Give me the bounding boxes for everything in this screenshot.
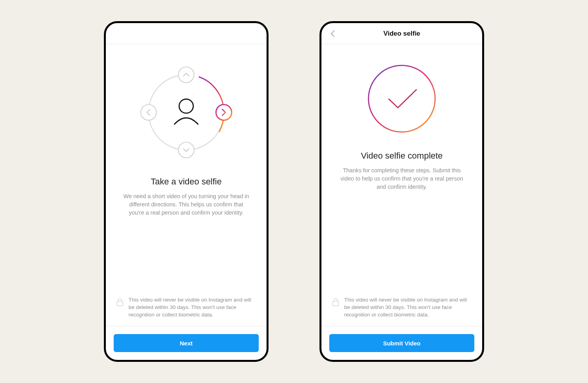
footer: Next xyxy=(106,329,267,360)
header-title: Video selfie xyxy=(383,30,420,38)
title: Take a video selfie xyxy=(151,177,222,187)
privacy-note: This video will never be visible on Inst… xyxy=(321,296,482,326)
header: Video selfie xyxy=(321,23,482,44)
description: We need a short video of you turning you… xyxy=(122,192,251,217)
title: Video selfie complete xyxy=(361,151,443,161)
lock-icon xyxy=(332,297,339,308)
svg-rect-7 xyxy=(333,301,339,306)
privacy-text: This video will never be visible on Inst… xyxy=(129,296,256,319)
svg-point-3 xyxy=(216,105,232,120)
lock-icon xyxy=(116,297,124,308)
complete-illustration xyxy=(365,61,439,137)
header xyxy=(106,23,267,44)
svg-point-4 xyxy=(179,99,193,113)
svg-point-2 xyxy=(178,142,194,158)
submit-video-button[interactable]: Submit Video xyxy=(329,334,474,352)
description: Thanks for completing these steps. Submi… xyxy=(337,166,466,191)
next-button[interactable]: Next xyxy=(114,334,259,352)
svg-rect-5 xyxy=(117,301,123,306)
privacy-text: This video will never be visible on Inst… xyxy=(344,296,472,319)
footer: Submit Video xyxy=(321,329,482,360)
phone-right: Video selfie Video selfie complete Thank… xyxy=(319,21,484,362)
svg-point-6 xyxy=(368,65,435,132)
back-button[interactable] xyxy=(327,28,339,40)
privacy-note: This video will never be visible on Inst… xyxy=(106,296,267,326)
phone-left: Take a video selfie We need a short vide… xyxy=(104,21,269,362)
svg-point-0 xyxy=(178,67,194,83)
svg-point-1 xyxy=(141,105,156,120)
chevron-left-icon xyxy=(329,30,336,37)
video-selfie-illustration xyxy=(139,65,233,161)
